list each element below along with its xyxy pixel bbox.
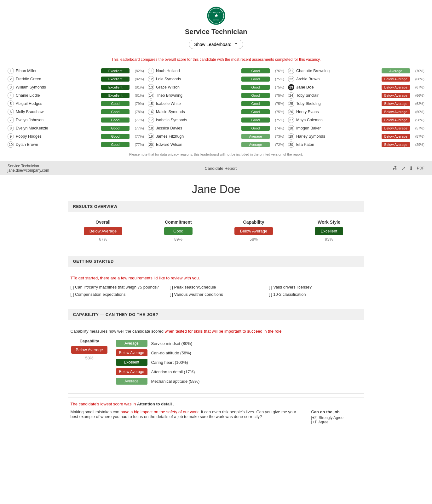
leaderboard-row: 24Toby SinclairBelow Average(66%) [288,91,424,100]
print-icon[interactable]: 🖨 [392,165,397,171]
rating-badge: Average [241,142,270,147]
candidate-name-lb: Toby Skelding [296,101,380,106]
footer-bar-left: Service Technician jane.doe@company.com [8,164,49,173]
rank-number: 18 [148,125,154,131]
score-pct: (75%) [272,110,284,114]
result-pct: 89% [143,237,214,242]
rating-badge: Excellent [101,85,130,90]
result-label: Overall [68,220,138,225]
score-pct: (81%) [131,94,144,97]
capability-section: CAPABILITY — CAN THEY DO THE JOB? Capabi… [68,309,364,390]
rank-number: 8 [8,125,14,131]
footer-role: Service Technician [8,164,49,168]
candidate-name-lb: Jessica Davies [156,126,239,130]
candidate-name-lb: Jane Doe [296,85,380,89]
leaderboard-row: 9Poppy HodgesGood(77%) [8,132,144,140]
rating-badge: Good [101,134,130,139]
download-icon[interactable]: ⬇ [409,165,413,171]
rating-badge: Good [241,126,270,131]
capability-row: Excellent Caring heart (100%) [116,358,362,367]
score-pct: (81%) [131,85,144,89]
leaderboard-row: 25Toby SkeldingBelow Average(62%) [288,100,424,108]
svg-text:★: ★ [214,13,218,19]
leaderboard-row: 27Maya ColemanBelow Average(58%) [288,116,424,124]
result-label: Commitment [143,220,214,225]
rating-badge: Excellent [101,93,130,98]
getting-started-section: GETTING STARTED TTo get started, there a… [68,256,364,301]
rating-badge: Below Average [382,117,410,123]
candidate-name-lb: William Symonds [16,85,99,89]
leaderboard-grid: 1Ethan MillerExcellent(82%)2Freddie Gree… [8,67,424,149]
score-pct: (78%) [131,110,144,114]
score-pct: (75%) [272,94,284,97]
rating-badge: Good [241,77,270,82]
candidate-name-lb: Archie Brown [296,77,380,81]
candidate-name-lb: Freddie Green [16,77,99,81]
rank-number: 30 [288,141,294,148]
rating-badge: Below Average [382,85,410,90]
getting-started-item: [ ] Can lift/carry machines that weigh 7… [71,284,164,290]
leaderboard-row: 2Freddie GreenExcellent(82%) [8,75,144,83]
cap-label: Can-do attitude (58%) [151,351,191,355]
capability-description: Capability measures how well the candida… [71,329,362,334]
svg-text:COFFEE: COFFEE [213,20,219,21]
candidate-name-lb: Isabelle White [156,101,239,106]
leaderboard-section: This leaderboard compares the overall sc… [0,52,432,161]
chevron-up-icon: ⌃ [234,42,238,47]
results-overview-section: RESULTS OVERVIEW Overall Below Average 6… [68,201,364,248]
footer-email: jane.doe@company.com [8,168,49,173]
getting-started-item: [ ] Valid drivers license? [269,284,362,290]
rank-number: 23 [288,84,294,90]
leaderboard-row: 30Ella PatonBelow Average(29%) [288,140,424,149]
cap-label: Mechanical aptitude (58%) [151,379,200,384]
result-item: Overall Below Average 67% [68,220,138,242]
rating-badge: Good [101,142,130,147]
candidate-name-lb: Toby Sinclair [296,93,380,98]
rank-number: 15 [148,100,154,107]
result-pct: 93% [294,237,364,242]
candidate-name-lb: Noah Holland [156,69,239,73]
result-badge: Good [164,227,193,235]
result-badge: Below Average [84,227,123,235]
rating-badge: Below Average [382,142,410,147]
leaderboard-row: 22Archie BrownBelow Average(68%) [288,75,424,83]
leaderboard-row: 4Charlie LiddleExcellent(81%) [8,91,144,100]
candidate-name-lb: Edward Wilson [156,142,239,147]
candidate-name-lb: Ethan Miller [16,69,99,73]
footer-bar-center: Candidate Report [205,166,237,171]
rating-badge: Excellent [101,77,130,82]
rank-number: 27 [288,117,294,123]
leaderboard-row: 28Imogen BakerBelow Average(57%) [288,124,424,132]
rank-number: 3 [8,84,14,90]
candidate-name-lb: Theo Browning [156,93,239,98]
share-icon[interactable]: ⤢ [401,165,405,171]
rating-badge: Average [382,68,410,73]
leaderboard-row: 21Charlotte BrowningAverage(70%) [288,67,424,75]
lowest-score-section: The candidate's lowest score was in Atte… [68,398,364,428]
leaderboard-toggle-button[interactable]: Show Leaderboard ⌃ [189,40,243,49]
capability-row: Below Average Can-do attitude (58%) [116,348,362,358]
getting-started-intro: TTo get started, there are a few require… [71,276,362,280]
result-item: Capability Below Average 58% [219,220,289,242]
score-pct: (29%) [412,143,424,146]
score-pct: (75%) [272,85,284,89]
subtitle-pre: This leaderboard compares the overall sc… [111,57,199,62]
leaderboard-row: 1Ethan MillerExcellent(82%) [8,67,144,75]
report-body: Jane Doe RESULTS OVERVIEW Overall Below … [59,175,374,441]
cap-badge: Below Average [116,349,147,356]
candidate-name-lb: Abigail Hodges [16,101,99,106]
leaderboard-note: Please note that for data privacy reason… [8,152,424,156]
score-pct: (67%) [412,85,424,89]
rating-badge: Good [241,109,270,114]
capability-row: Below Average Attention to detail (17%) [116,367,362,376]
subtitle-post: with the most recent assessments complet… [217,57,321,62]
rank-number: 4 [8,92,14,99]
rating-badge: Below Average [382,126,410,131]
rating-badge: Good [101,109,130,114]
bottom-side: Can do the job [+2] Strongly Agree[+1] A… [311,410,362,424]
result-item: Work Style Excellent 93% [294,220,364,242]
starbucks-logo: ★ STARBUCKS COFFEE [207,6,226,25]
cap-badge: Average [116,378,147,385]
rank-number: 24 [288,92,294,99]
footer-bar: Service Technician jane.doe@company.com … [0,161,432,175]
